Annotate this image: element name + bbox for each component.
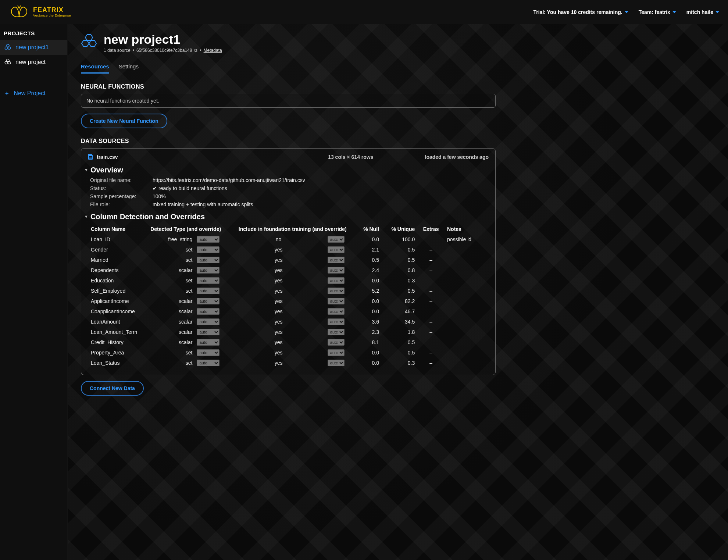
butterfly-logo-icon xyxy=(9,6,29,19)
col-dtype: set xyxy=(148,245,195,255)
col-unique: 0.5 xyxy=(381,337,417,347)
svg-marker-2 xyxy=(6,44,9,47)
include-override-select[interactable]: auto xyxy=(328,349,345,356)
col-dtype: set xyxy=(148,358,195,368)
dtype-override-select[interactable]: auto xyxy=(197,339,220,346)
file-role-value: mixed training + testing with automatic … xyxy=(153,201,489,207)
team-label: Team: featrix xyxy=(639,9,670,15)
col-null: 0.0 xyxy=(353,296,381,306)
col-extras: – xyxy=(417,286,445,296)
col-name: Married xyxy=(89,255,148,265)
connect-new-data-button[interactable]: Connect New Data xyxy=(81,381,144,396)
col-unique: 100.0 xyxy=(381,234,417,245)
include-override-select[interactable]: auto xyxy=(328,308,345,315)
include-override-select[interactable]: auto xyxy=(328,267,345,274)
user-menu-dropdown[interactable]: mitch haile xyxy=(686,9,719,15)
plus-icon: + xyxy=(5,90,8,97)
col-extras: – xyxy=(417,245,445,255)
dtype-override-select[interactable]: auto xyxy=(197,267,220,274)
dtype-override-select[interactable]: auto xyxy=(197,349,220,356)
copy-id-icon[interactable]: ⧉ xyxy=(194,48,197,53)
col-null: 0.0 xyxy=(353,358,381,368)
project-title: new project1 xyxy=(104,33,222,46)
col-include: yes xyxy=(232,245,325,255)
table-row: Self_Employedsetautoyesauto5.20.5– xyxy=(89,286,489,296)
dtype-override-select[interactable]: auto xyxy=(197,277,220,284)
col-include: yes xyxy=(232,275,325,286)
team-dropdown[interactable]: Team: featrix xyxy=(639,9,676,15)
dtype-override-select[interactable]: auto xyxy=(197,360,220,366)
dtype-override-select[interactable]: auto xyxy=(197,318,220,325)
create-neural-function-button[interactable]: Create New Neural Function xyxy=(81,114,167,128)
include-override-select[interactable]: auto xyxy=(328,329,345,335)
dtype-override-select[interactable]: auto xyxy=(197,257,220,263)
sidebar-item[interactable]: new project1 xyxy=(0,40,67,55)
col-extras: – xyxy=(417,255,445,265)
chevron-down-icon xyxy=(625,11,628,13)
new-project-button[interactable]: + New Project xyxy=(0,83,67,103)
col-include: yes xyxy=(232,317,325,327)
dtype-override-select[interactable]: auto xyxy=(197,246,220,253)
column-detection-toggle[interactable]: ▼ Column Detection and Overrides xyxy=(84,213,489,221)
user-name: mitch haile xyxy=(686,9,713,15)
include-override-select[interactable]: auto xyxy=(328,277,345,284)
col-notes xyxy=(445,245,489,255)
metadata-link[interactable]: Metadata xyxy=(204,48,222,53)
neural-functions-panel: No neural functions created yet. xyxy=(81,94,496,108)
trial-credits-dropdown[interactable]: Trial: You have 10 credits remaining. xyxy=(533,9,628,15)
include-override-select[interactable]: auto xyxy=(328,298,345,304)
dtype-override-select[interactable]: auto xyxy=(197,308,220,315)
new-project-label: New Project xyxy=(14,90,45,97)
dtype-override-select[interactable]: auto xyxy=(197,288,220,294)
include-override-select[interactable]: auto xyxy=(328,318,345,325)
brand-tagline: Vectorize the Enterprise xyxy=(33,14,71,17)
status-label: Status: xyxy=(90,185,145,191)
dtype-override-select[interactable]: auto xyxy=(197,298,220,304)
col-dtype: free_string xyxy=(148,234,195,245)
include-override-select[interactable]: auto xyxy=(328,257,345,263)
overview-toggle[interactable]: ▼ Overview xyxy=(84,166,489,174)
col-name: Loan_Status xyxy=(89,358,148,368)
table-row: Loan_Statussetautoyesauto0.00.3– xyxy=(89,358,489,368)
col-include: yes xyxy=(232,337,325,347)
col-include: yes xyxy=(232,306,325,317)
table-row: Loan_IDfree_stringautonoauto0.0100.0–pos… xyxy=(89,234,489,245)
include-override-select[interactable]: auto xyxy=(328,360,345,366)
logo-text: FEATRIX Vectorize the Enterprise xyxy=(33,7,71,17)
col-notes xyxy=(445,358,489,368)
include-override-select[interactable]: auto xyxy=(328,236,345,243)
col-include: yes xyxy=(232,286,325,296)
tab-settings[interactable]: Settings xyxy=(119,60,139,74)
status-value: ✔ready to build neural functions xyxy=(153,185,489,191)
overview-heading: Overview xyxy=(90,166,123,174)
col-header-notes: Notes xyxy=(445,224,489,234)
tab-resources[interactable]: Resources xyxy=(81,60,109,74)
col-include: yes xyxy=(232,265,325,275)
col-name: Loan_ID xyxy=(89,234,148,245)
neural-functions-empty: No neural functions created yet. xyxy=(86,98,159,104)
svg-marker-10 xyxy=(89,40,96,46)
svg-marker-9 xyxy=(82,40,89,46)
col-unique: 0.5 xyxy=(381,245,417,255)
include-override-select[interactable]: auto xyxy=(328,339,345,346)
data-sources-heading: DATA SOURCES xyxy=(81,138,496,145)
project-sources-count: 1 data source xyxy=(104,48,131,53)
data-source-filename: train.csv xyxy=(97,154,118,160)
col-header-extras: Extras xyxy=(417,224,445,234)
dtype-override-select[interactable]: auto xyxy=(197,329,220,335)
col-extras: – xyxy=(417,296,445,306)
col-name: LoanAmount xyxy=(89,317,148,327)
sidebar: PROJECTS new project1new project + New P… xyxy=(0,24,68,560)
logo[interactable]: FEATRIX Vectorize the Enterprise xyxy=(9,6,71,19)
column-detection-section: ▼ Column Detection and Overrides Column … xyxy=(88,213,489,368)
sidebar-item[interactable]: new project xyxy=(0,55,67,69)
col-header-include: Include in foundation training (and over… xyxy=(232,224,353,234)
col-dtype: set xyxy=(148,286,195,296)
col-unique: 0.5 xyxy=(381,286,417,296)
col-extras: – xyxy=(417,347,445,358)
include-override-select[interactable]: auto xyxy=(328,246,345,253)
dtype-override-select[interactable]: auto xyxy=(197,236,220,243)
col-name: Credit_History xyxy=(89,337,148,347)
include-override-select[interactable]: auto xyxy=(328,288,345,294)
project-subtitle: 1 data source • 65f586c38010c9fe7c3ba148… xyxy=(104,48,222,53)
